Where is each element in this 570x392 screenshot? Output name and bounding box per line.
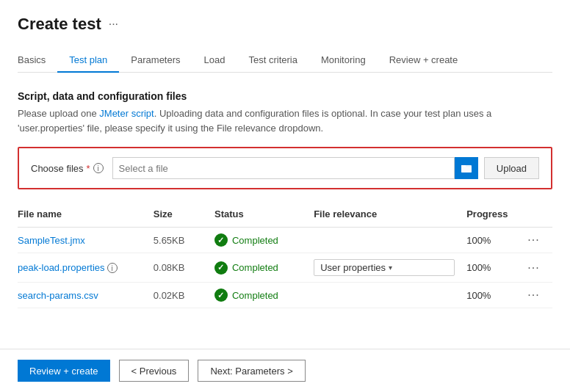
status-cell: Completed xyxy=(214,261,302,275)
footer-actions: Review + create < Previous Next: Paramet… xyxy=(0,349,570,392)
more-actions-button[interactable]: ··· xyxy=(527,233,539,246)
col-header-filename: File name xyxy=(18,204,148,228)
status-text: Completed xyxy=(232,235,278,246)
section-title: Script, data and configuration files xyxy=(18,90,552,102)
more-actions-button[interactable]: ··· xyxy=(527,288,539,301)
col-header-relevance: File relevance xyxy=(308,204,461,228)
table-row: SampleTest.jmx 5.65KB Completed 100% ··· xyxy=(18,228,552,253)
tab-navigation: Basics Test plan Parameters Load Test cr… xyxy=(18,48,552,73)
svg-rect-1 xyxy=(461,165,466,167)
col-header-size: Size xyxy=(148,204,209,228)
relevance-dropdown-1[interactable]: User properties ▾ xyxy=(314,259,455,276)
file-size: 5.65KB xyxy=(154,235,185,246)
status-cell: Completed xyxy=(214,288,302,302)
file-path-input[interactable] xyxy=(112,157,455,179)
tab-review-create[interactable]: Review + create xyxy=(378,48,470,73)
tab-test-plan[interactable]: Test plan xyxy=(57,48,119,73)
file-browse-button[interactable] xyxy=(455,157,478,179)
col-header-status: Status xyxy=(209,204,308,228)
file-input-area: Upload xyxy=(112,157,539,179)
svg-rect-2 xyxy=(461,167,472,173)
file-name[interactable]: SampleTest.jmx xyxy=(18,235,85,246)
relevance-value: User properties xyxy=(320,262,386,273)
previous-button[interactable]: < Previous xyxy=(119,360,190,382)
chevron-down-icon: ▾ xyxy=(389,264,392,272)
choose-files-text: Choose files xyxy=(31,163,84,174)
choose-files-label: Choose files * i xyxy=(31,163,104,174)
file-name[interactable]: search-params.csv xyxy=(18,290,98,301)
table-row: peak-load.propertiesi 0.08KB Completed U… xyxy=(18,253,552,283)
file-upload-area: Choose files * i Upload xyxy=(18,147,552,189)
status-text: Completed xyxy=(232,290,278,301)
jmeter-link[interactable]: JMeter script xyxy=(99,108,154,119)
upload-button[interactable]: Upload xyxy=(484,157,539,179)
file-info-icon[interactable]: i xyxy=(107,263,118,273)
more-actions-button[interactable]: ··· xyxy=(527,261,539,274)
tab-load[interactable]: Load xyxy=(192,48,237,73)
check-icon xyxy=(214,288,228,302)
file-size: 0.08KB xyxy=(154,262,185,273)
status-text: Completed xyxy=(232,262,278,273)
progress-value: 100% xyxy=(466,235,491,246)
required-indicator: * xyxy=(87,163,90,174)
ellipsis-menu[interactable]: ··· xyxy=(109,18,118,31)
tab-monitoring[interactable]: Monitoring xyxy=(309,48,378,73)
col-header-actions xyxy=(522,204,552,228)
folder-icon xyxy=(461,163,472,173)
check-icon xyxy=(214,233,228,247)
tab-parameters[interactable]: Parameters xyxy=(119,48,192,73)
files-table: File name Size Status File relevance Pro… xyxy=(18,204,552,308)
status-cell: Completed xyxy=(214,233,302,247)
tab-basics[interactable]: Basics xyxy=(18,48,57,73)
file-size: 0.02KB xyxy=(154,290,185,301)
review-create-button[interactable]: Review + create xyxy=(18,360,110,382)
info-icon[interactable]: i xyxy=(93,163,104,173)
table-row: search-params.csv 0.02KB Completed 100% … xyxy=(18,283,552,308)
page-title: Create test xyxy=(18,15,101,34)
progress-value: 100% xyxy=(466,290,491,301)
file-name[interactable]: peak-load.properties xyxy=(18,262,105,273)
check-icon xyxy=(214,261,228,275)
section-description: Please upload one JMeter script. Uploadi… xyxy=(18,106,552,135)
tab-test-criteria[interactable]: Test criteria xyxy=(237,48,309,73)
progress-value: 100% xyxy=(466,262,491,273)
next-parameters-button[interactable]: Next: Parameters > xyxy=(198,360,305,382)
col-header-progress: Progress xyxy=(461,204,522,228)
